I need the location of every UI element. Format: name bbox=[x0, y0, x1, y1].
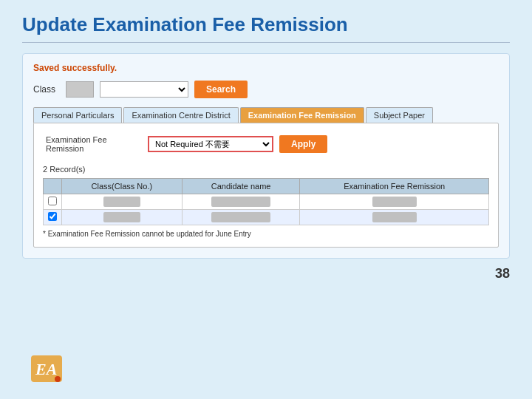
remission-select[interactable]: Not Required 不需要 Required 需要 bbox=[148, 136, 273, 152]
data-table: Class(Class No.) Candidate name Examinat… bbox=[43, 178, 489, 225]
row2-checkbox-cell bbox=[44, 210, 62, 225]
remission-row: Examination Fee Remission Not Required 不… bbox=[43, 131, 489, 157]
col-remission: Examination Fee Remission bbox=[300, 179, 489, 194]
page-wrapper: Update Examination Fee Remission Saved s… bbox=[0, 0, 532, 399]
row1-checkbox-cell bbox=[44, 194, 62, 210]
success-message: Saved successfully. bbox=[33, 63, 499, 73]
row2-remission bbox=[300, 210, 489, 225]
row1-remission bbox=[300, 194, 489, 210]
tab-exam-fee-remission[interactable]: Examination Fee Remission bbox=[240, 107, 364, 123]
row2-checkbox[interactable] bbox=[48, 212, 57, 221]
tabs-row: Personal Particulars Examination Centre … bbox=[33, 107, 499, 123]
search-button[interactable]: Search bbox=[194, 81, 248, 98]
inner-card: Examination Fee Remission Not Required 不… bbox=[33, 123, 499, 248]
page-title: Update Examination Fee Remission bbox=[22, 13, 510, 36]
form-card: Saved successfully. Class Option1 Option… bbox=[22, 53, 510, 259]
row1-name bbox=[182, 194, 300, 210]
svg-text:EA: EA bbox=[35, 360, 57, 378]
class-input-box bbox=[66, 81, 94, 98]
class-label: Class bbox=[33, 84, 60, 95]
svg-point-2 bbox=[55, 376, 61, 382]
divider bbox=[22, 42, 510, 43]
class-row: Class Option1 Option2 Search bbox=[33, 81, 499, 98]
row2-name bbox=[182, 210, 300, 225]
col-checkbox bbox=[44, 179, 62, 194]
apply-button[interactable]: Apply bbox=[279, 135, 327, 153]
records-count: 2 Record(s) bbox=[43, 165, 489, 174]
footer-row: 38 bbox=[22, 266, 510, 282]
row1-checkbox[interactable] bbox=[48, 197, 57, 205]
row2-class bbox=[62, 210, 183, 225]
page-number: 38 bbox=[495, 266, 510, 282]
table-row bbox=[44, 210, 489, 225]
tab-exam-centre-district[interactable]: Examination Centre District bbox=[123, 107, 238, 123]
tab-subject-paper[interactable]: Subject Paper bbox=[366, 107, 433, 123]
table-row bbox=[44, 194, 489, 210]
tab-personal-particulars[interactable]: Personal Particulars bbox=[33, 107, 122, 123]
logo-area: EA bbox=[30, 354, 64, 386]
logo-icon: EA bbox=[30, 354, 64, 383]
col-candidate: Candidate name bbox=[182, 179, 300, 194]
col-class: Class(Class No.) bbox=[62, 179, 183, 194]
class-select[interactable]: Option1 Option2 bbox=[100, 81, 188, 98]
remission-label: Examination Fee Remission bbox=[46, 135, 142, 153]
row1-class bbox=[62, 194, 183, 210]
table-footnote: * Examination Fee Remission cannot be up… bbox=[43, 230, 489, 238]
